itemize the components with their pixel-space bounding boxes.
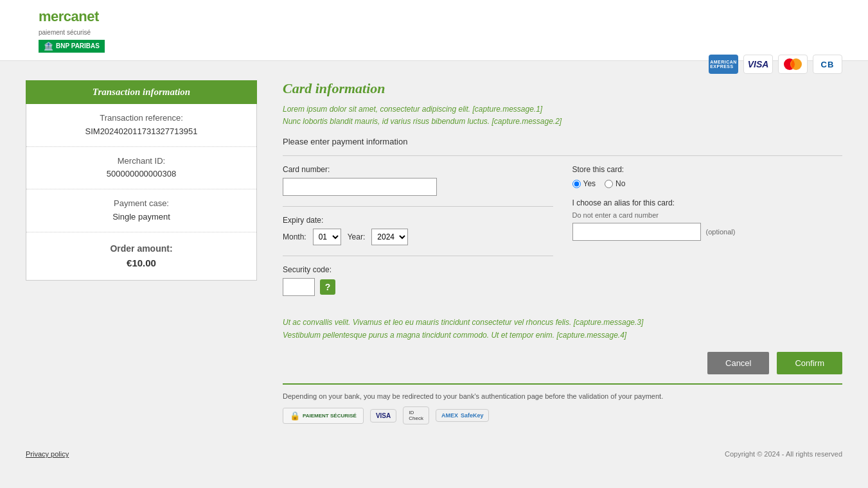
transaction-panel-body: Transaction reference: SIM20240201173132… <box>26 104 257 281</box>
card-number-input[interactable] <box>283 178 437 196</box>
bnp-icon: 🏦 <box>44 42 53 51</box>
transaction-panel: Transaction information Transaction refe… <box>26 80 257 424</box>
tx-merchant-label: Merchant ID: <box>39 155 244 168</box>
expiry-label: Expiry date: <box>283 216 553 225</box>
year-select[interactable]: 2024202520262027202820292030203120322033 <box>371 229 408 245</box>
expiry-group: Expiry date: Month: 01020304050607080910… <box>283 216 553 245</box>
tx-payment-case-row: Payment case: Single payment <box>26 189 256 232</box>
security-section: Depending on your bank, you may be redir… <box>283 383 842 425</box>
store-card-radio-group: Yes No <box>572 179 843 188</box>
mastercard-icon <box>781 57 805 72</box>
safekey-badge: AMEX SafeKey <box>436 409 490 422</box>
bottom-notice: Ut ac convallis velit. Vivamus et leo eu… <box>283 317 842 341</box>
card-title: Card information <box>283 80 842 97</box>
form-section: Card number: Expiry date: Month: 0102030… <box>283 155 842 306</box>
please-enter-text: Please enter payment information <box>283 137 842 146</box>
security-logos: 🔒 PAIEMENT SÉCURISÉ VISA IDCheck AMEX Sa… <box>283 406 842 424</box>
visa-secure-badge: VISA <box>370 409 396 423</box>
paiement-securise-badge: 🔒 PAIEMENT SÉCURISÉ <box>283 408 364 424</box>
amex-logo: AMERICANEXPRESS <box>709 55 738 74</box>
id-check-badge: IDCheck <box>403 406 429 424</box>
copyright-text: Copyright © 2024 - All rights reserved <box>725 450 842 458</box>
radio-yes-label[interactable]: Yes <box>572 179 596 188</box>
bottom-notice-1: Ut ac convallis velit. Vivamus et leo eu… <box>283 317 842 329</box>
security-row: ? <box>283 278 553 296</box>
security-code-group: Security code: ? <box>283 265 553 296</box>
tx-amount-row: Order amount: €10.00 <box>26 232 256 280</box>
form-left: Card number: Expiry date: Month: 0102030… <box>283 165 553 306</box>
radio-yes[interactable] <box>572 180 581 188</box>
mastercard-logo <box>778 55 808 74</box>
month-select[interactable]: 010203040506070809101112 <box>313 229 341 245</box>
tx-merchant-row: Merchant ID: 500000000000308 <box>26 147 256 190</box>
form-divider-2 <box>283 256 553 256</box>
tx-amount-label: Order amount: <box>39 241 244 256</box>
month-label: Month: <box>283 232 306 241</box>
tx-amount-value: €10.00 <box>39 256 244 271</box>
security-label: Security code: <box>283 265 553 274</box>
tx-payment-case-value: Single payment <box>39 211 244 224</box>
footer: Privacy policy Copyright © 2024 - All ri… <box>0 444 868 464</box>
alias-input[interactable] <box>572 223 701 241</box>
visa-logo: VISA <box>743 55 773 74</box>
lock-icon: 🔒 <box>290 411 300 421</box>
logo-text2: net <box>78 8 99 24</box>
notice-text-1: Lorem ipsum dolor sit amet, consectetur … <box>283 103 842 128</box>
security-text: Depending on your bank, you may be redir… <box>283 391 842 402</box>
alias-optional: (optional) <box>706 228 736 236</box>
header: mercanet paiement sécurisé 🏦 BNP PARIBAS <box>0 0 868 61</box>
alias-label: I choose an alias for this card: <box>572 198 843 207</box>
card-number-label: Card number: <box>283 165 553 174</box>
alias-group: I choose an alias for this card: Do not … <box>572 198 843 241</box>
logo-area: mercanet paiement sécurisé 🏦 BNP PARIBAS <box>39 8 105 53</box>
store-card-label: Store this card: <box>572 165 843 174</box>
radio-no-label[interactable]: No <box>605 179 625 188</box>
radio-no-text: No <box>616 179 625 188</box>
bnp-label: BNP PARIBAS <box>56 42 100 49</box>
form-grid: Card number: Expiry date: Month: 0102030… <box>283 165 842 306</box>
year-label: Year: <box>348 232 366 241</box>
tx-payment-case-label: Payment case: <box>39 197 244 211</box>
card-header: AMERICANEXPRESS VISA CB Card information <box>283 80 842 103</box>
main-content: Transaction information Transaction refe… <box>0 61 868 444</box>
radio-no[interactable] <box>605 180 613 188</box>
form-right: Store this card: Yes No <box>572 165 843 306</box>
privacy-link[interactable]: Privacy policy <box>26 450 69 458</box>
logo-subtitle: paiement sécurisé <box>39 29 105 36</box>
alias-hint: Do not enter a card number <box>572 211 843 219</box>
card-number-group: Card number: <box>283 165 553 196</box>
security-input[interactable] <box>283 278 315 296</box>
cb-logo: CB <box>813 55 842 74</box>
form-divider-1 <box>283 206 553 207</box>
paiement-securise-text: PAIEMENT SÉCURISÉ <box>303 413 357 419</box>
store-card-group: Store this card: Yes No <box>572 165 843 188</box>
expiry-row: Month: 010203040506070809101112 Year: 20… <box>283 229 553 245</box>
cancel-button[interactable]: Cancel <box>707 352 769 374</box>
card-logos: AMERICANEXPRESS VISA CB <box>709 55 842 74</box>
card-panel: AMERICANEXPRESS VISA CB Card information <box>283 80 842 424</box>
notice-line-1: Lorem ipsum dolor sit amet, consectetur … <box>283 103 842 116</box>
bnp-badge: 🏦 BNP PARIBAS <box>39 40 105 53</box>
tx-ref-value: SIM202402011731327713951 <box>39 125 244 139</box>
transaction-panel-title: Transaction information <box>26 80 257 104</box>
bottom-notice-2: Vestibulum pellentesque purus a magna ti… <box>283 329 842 342</box>
tx-ref-label: Transaction reference: <box>39 112 244 125</box>
tx-merchant-value: 500000000000308 <box>39 168 244 181</box>
notice-line-2: Nunc lobortis blandit mauris, id varius … <box>283 116 842 128</box>
safekey-text: SafeKey <box>461 412 484 419</box>
button-row: Cancel Confirm <box>283 352 842 374</box>
amex-logo-small: AMEX <box>441 412 458 419</box>
cvv-help-button[interactable]: ? <box>320 279 335 295</box>
radio-yes-text: Yes <box>583 179 596 188</box>
alias-row: (optional) <box>572 223 843 241</box>
tx-ref-row: Transaction reference: SIM20240201173132… <box>26 104 256 147</box>
confirm-button[interactable]: Confirm <box>777 352 842 374</box>
logo-mercanet: mercanet <box>39 8 105 25</box>
id-check-text: IDCheck <box>409 410 423 421</box>
logo-text1: merca <box>39 8 78 24</box>
visa-secure-text: VISA <box>376 412 391 419</box>
